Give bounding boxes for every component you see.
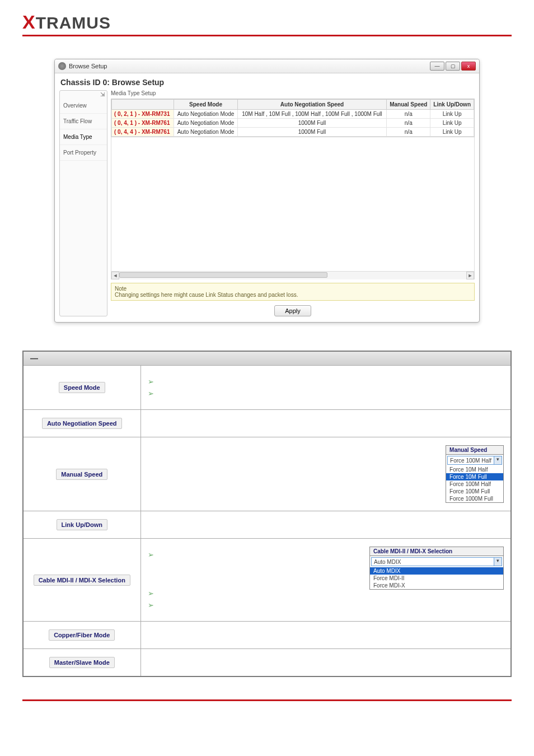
option[interactable]: Force 10M Full bbox=[446, 473, 503, 480]
table-blank-area bbox=[111, 137, 475, 272]
desc-cable: ➢ ➢ ➢ Cable MDI-II / MDI-X Selection Aut… bbox=[140, 539, 511, 622]
option[interactable]: Force MDI-X bbox=[370, 582, 503, 589]
cell-auto: 1000M Full bbox=[237, 119, 386, 128]
label-auto-neg: Auto Negotiation Speed bbox=[42, 418, 122, 429]
cell-manual: n/a bbox=[387, 110, 430, 119]
label-cable: Cable MDI-II / MDI-X Selection bbox=[34, 575, 130, 586]
scroll-track[interactable] bbox=[119, 272, 466, 279]
label-copper: Copper/Fiber Mode bbox=[49, 629, 115, 641]
option[interactable]: Force 100M Full bbox=[446, 488, 503, 495]
footer-rule bbox=[22, 699, 512, 701]
sidebar: ⇲ Overview Traffic Flow Media Type Port … bbox=[59, 90, 107, 316]
label-speed-mode: Speed Mode bbox=[59, 382, 105, 393]
window-close-button[interactable]: x bbox=[461, 62, 476, 71]
table-row[interactable]: ( 0, 2, 1 ) - XM-RM731 Auto Negotiation … bbox=[112, 110, 474, 119]
panel-title: Manual Speed bbox=[446, 446, 503, 455]
apply-button[interactable]: Apply bbox=[274, 305, 311, 316]
header-rule bbox=[22, 35, 512, 36]
logo-text: TRAMUS bbox=[36, 13, 111, 32]
cell-mode: Auto Negotiation Mode bbox=[174, 119, 238, 128]
gear-icon bbox=[58, 62, 66, 70]
col-link: Link Up/Down bbox=[430, 100, 474, 110]
scroll-thumb[interactable] bbox=[119, 272, 327, 278]
cable-select[interactable]: Auto MDIX ▾ bbox=[371, 557, 502, 566]
sidebar-item-overview[interactable]: Overview bbox=[60, 98, 107, 114]
chevron-down-icon: ▾ bbox=[494, 558, 502, 566]
bullet-icon: ➢ bbox=[148, 390, 154, 397]
window-maximize-button[interactable]: ▢ bbox=[446, 62, 460, 71]
horizontal-scrollbar[interactable]: ◄ ► bbox=[111, 272, 475, 279]
sidebar-item-media-type[interactable]: Media Type bbox=[60, 129, 107, 145]
scroll-left-icon[interactable]: ◄ bbox=[111, 272, 119, 279]
note-body: Changing settings here might cause Link … bbox=[115, 292, 471, 298]
bullet-icon: ➢ bbox=[148, 601, 154, 609]
label-master: Master/Slave Mode bbox=[49, 657, 115, 668]
browse-setup-window: Browse Setup — ▢ x Chassis ID 0: Browse … bbox=[54, 59, 480, 323]
sidebar-item-port-property[interactable]: Port Property bbox=[60, 145, 107, 161]
header-dash: — bbox=[30, 354, 38, 363]
logo: XTRAMUS bbox=[22, 11, 111, 33]
bullet-icon: ➢ bbox=[148, 551, 154, 558]
content-area: Media Type Setup Speed Mode Auto Negotia… bbox=[111, 90, 475, 316]
window-title: Browse Setup bbox=[69, 63, 107, 69]
cell-link: Link Up bbox=[430, 119, 474, 128]
sidebar-item-traffic-flow[interactable]: Traffic Flow bbox=[60, 114, 107, 129]
window-minimize-button[interactable]: — bbox=[430, 62, 444, 71]
option[interactable]: Force MDI-II bbox=[370, 575, 503, 582]
desc-auto-neg bbox=[140, 410, 511, 437]
col-speed-mode: Speed Mode bbox=[174, 100, 238, 110]
cell-port: ( 0, 4, 1 ) - XM-RM761 bbox=[112, 119, 174, 128]
option[interactable]: Auto MDIX bbox=[370, 567, 503, 575]
cell-mode: Auto Negotiation Mode bbox=[174, 128, 238, 137]
scroll-right-icon[interactable]: ► bbox=[466, 272, 474, 279]
window-titlebar: Browse Setup — ▢ x bbox=[55, 59, 479, 73]
select-value: Force 100M Half bbox=[448, 457, 494, 464]
cell-link: Link Up bbox=[430, 110, 474, 119]
col-manual: Manual Speed bbox=[387, 100, 430, 110]
chassis-heading: Chassis ID 0: Browse Setup bbox=[60, 78, 475, 87]
manual-speed-select[interactable]: Force 100M Half ▾ bbox=[447, 456, 502, 465]
col-auto-neg: Auto Negotiation Speed bbox=[237, 100, 386, 110]
manual-speed-panel: Manual Speed Force 100M Half ▾ Force 10M… bbox=[446, 445, 504, 503]
select-value: Auto MDIX bbox=[372, 558, 494, 566]
cell-manual: n/a bbox=[387, 119, 430, 128]
cable-panel: Cable MDI-II / MDI-X Selection Auto MDIX… bbox=[369, 547, 504, 590]
note-title: Note bbox=[115, 286, 471, 292]
logo-x: X bbox=[22, 11, 36, 32]
cell-mode: Auto Negotiation Mode bbox=[174, 110, 238, 119]
cell-auto: 1000M Full bbox=[237, 128, 386, 137]
table-row[interactable]: ( 0, 4, 4 ) - XM-RM761 Auto Negotiation … bbox=[112, 128, 474, 137]
label-link: Link Up/Down bbox=[57, 519, 107, 530]
label-manual-speed: Manual Speed bbox=[56, 469, 107, 480]
description-table: — Speed Mode ➢ ➢ Auto Negotiation Speed … bbox=[22, 351, 512, 677]
option[interactable]: Force 100M Half bbox=[446, 480, 503, 488]
bullet-icon: ➢ bbox=[148, 590, 154, 597]
note-box: Note Changing settings here might cause … bbox=[111, 283, 475, 301]
desc-speed-mode: ➢ ➢ bbox=[140, 366, 511, 410]
brand-header: XTRAMUS bbox=[22, 0, 512, 35]
panel-title: Cable MDI-II / MDI-X Selection bbox=[370, 547, 503, 556]
chevron-down-icon: ▾ bbox=[494, 456, 502, 464]
desc-header: — bbox=[23, 351, 511, 366]
cell-link: Link Up bbox=[430, 128, 474, 137]
media-type-table: Speed Mode Auto Negotiation Speed Manual… bbox=[111, 99, 474, 137]
pin-icon[interactable]: ⇲ bbox=[98, 91, 107, 98]
desc-master bbox=[140, 649, 511, 677]
option[interactable]: Force 1000M Full bbox=[446, 495, 503, 502]
content-label: Media Type Setup bbox=[111, 90, 475, 96]
option[interactable]: Force 10M Half bbox=[446, 466, 503, 473]
table-row[interactable]: ( 0, 4, 1 ) - XM-RM761 Auto Negotiation … bbox=[112, 119, 474, 128]
bullet-icon: ➢ bbox=[148, 378, 154, 385]
desc-manual-speed: Manual Speed Force 100M Half ▾ Force 10M… bbox=[140, 437, 511, 511]
col-port bbox=[112, 100, 174, 110]
desc-copper bbox=[140, 622, 511, 649]
cell-port: ( 0, 4, 4 ) - XM-RM761 bbox=[112, 128, 174, 137]
cell-manual: n/a bbox=[387, 128, 430, 137]
cell-port: ( 0, 2, 1 ) - XM-RM731 bbox=[112, 110, 174, 119]
cell-auto: 10M Half , 10M Full , 100M Half , 100M F… bbox=[237, 110, 386, 119]
desc-link bbox=[140, 511, 511, 539]
